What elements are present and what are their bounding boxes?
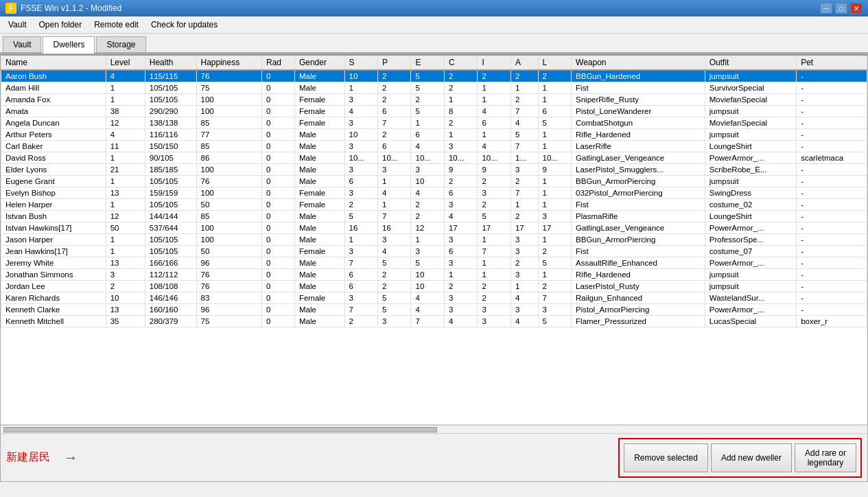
close-button[interactable]: ✕ [850,3,863,14]
cell-happiness: 75 [196,82,261,94]
bottom-right-buttons: Remove selected Add new dweller Add rare… [618,438,862,478]
tab-storage[interactable]: Storage [96,36,145,52]
cell-a: 2 [511,176,538,187]
tab-dwellers[interactable]: Dwellers [43,36,95,54]
remove-selected-button[interactable]: Remove selected [624,443,708,472]
cell-l: 5 [538,117,571,129]
table-row[interactable]: Helen Harper1105/105500Female2123211Fist… [1,199,867,211]
cell-a: 4 [511,117,538,129]
cell-happiness: 50 [196,199,261,211]
table-row[interactable]: Istvan Hawkins[17]50537/6441000Male16161… [1,222,867,234]
table-row[interactable]: Istvan Bush12144/144850Male5724523Plasma… [1,211,867,222]
cell-a: 2 [511,94,538,106]
cell-i: 1 [478,129,511,141]
cell-outfit: jumpsuit [705,281,796,292]
cell-l: 2 [538,70,571,82]
cell-a: 1 [511,82,538,94]
table-body[interactable]: Aaron Bush4115/115760Male10252222BBGun_H… [1,70,867,327]
menu-item-open-folder[interactable]: Open folder [33,18,87,32]
table-row[interactable]: Carl Baker11150/150850Male3643471LaserRi… [1,141,867,152]
cell-outfit: LoungeShirt [705,211,796,222]
horizontal-scrollbar[interactable] [1,425,867,433]
table-row[interactable]: Kenneth Clarke13160/160960Male7543333Pis… [1,304,867,316]
cell-pet: - [797,164,867,176]
cell-pet: scarletmaca [797,152,867,164]
table-row[interactable]: Amata38290/2901000Female4658476Pistol_Lo… [1,106,867,117]
cell-l: 1 [538,176,571,187]
cell-level: 13 [106,257,145,269]
cell-s: 6 [344,176,377,187]
add-rare-legendary-button[interactable]: Add rare or legendary [795,443,856,472]
maximize-button[interactable]: □ [835,3,847,14]
cell-l: 1 [538,94,571,106]
cell-outfit: MoviefanSpecial [705,94,796,106]
window: F FSSE Win v1.1.2 - Modified ─ □ ✕ Vault… [0,0,868,482]
menu-item-vault[interactable]: Vault [3,18,32,32]
menu-item-check-for-updates[interactable]: Check for updates [145,18,223,32]
cell-s: 10 [344,70,377,82]
table-row[interactable]: David Ross190/105860Male10...10...10...1… [1,152,867,164]
col-header-p: P [378,55,411,70]
cell-pet: - [797,141,867,152]
table-row[interactable]: Elder Lyons21185/1851000Male3339939Laser… [1,164,867,176]
cell-p: 16 [378,222,411,234]
cell-health: 112/112 [145,269,196,281]
cell-level: 12 [106,211,145,222]
cell-p: 5 [378,304,411,316]
cell-c: 9 [444,164,477,176]
cell-rad: 0 [261,70,294,82]
table-row[interactable]: Angela Duncan12138/138850Female3712645Co… [1,117,867,129]
table-row[interactable]: Aaron Bush4115/115760Male10252222BBGun_H… [1,70,867,82]
cell-e: 5 [411,106,444,117]
cell-c: 6 [444,246,477,257]
cell-e: 4 [411,304,444,316]
table-container[interactable]: NameLevelHealthHappinessRadGenderSPECIAL… [1,54,867,425]
cell-rad: 0 [261,106,294,117]
cell-s: 2 [344,316,377,327]
tab-vault[interactable]: Vault [3,36,41,52]
cell-level: 13 [106,304,145,316]
cell-health: 537/644 [145,222,196,234]
table-row[interactable]: Jean Hawkins[17]1105/105500Female3436732… [1,246,867,257]
col-header-pet: Pet [797,55,867,70]
table-row[interactable]: Evelyn Bishop13159/1591000Female34463710… [1,187,867,199]
arrow-icon: → [64,450,78,465]
cell-gender: Male [294,141,344,152]
cell-health: 105/105 [145,94,196,106]
cell-level: 4 [106,70,145,82]
cell-c: 3 [444,292,477,304]
cell-rad: 0 [261,281,294,292]
cell-s: 7 [344,304,377,316]
cell-c: 10... [444,152,477,164]
cell-e: 10... [411,152,444,164]
cell-p: 4 [378,187,411,199]
table-row[interactable]: Karen Richards10146/146830Female3543247R… [1,292,867,304]
cell-pet: - [797,70,867,82]
cell-i: 1 [478,82,511,94]
table-row[interactable]: Amanda Fox1105/1051000Female3221121Snipe… [1,94,867,106]
cell-rad: 0 [261,176,294,187]
col-header-c: C [444,55,477,70]
cell-weapon: Fist [572,199,705,211]
table-row[interactable]: Jonathan Simmons3112/112760Male62101131R… [1,269,867,281]
table-row[interactable]: Eugene Grant1105/105760Male61102221BBGun… [1,176,867,187]
table-row[interactable]: Jeremy White13166/166960Male7553125Assau… [1,257,867,269]
add-new-dweller-button[interactable]: Add new dweller [711,443,792,472]
table-row[interactable]: Kenneth Mitchell35280/379750Male2374345F… [1,316,867,327]
minimize-button[interactable]: ─ [820,3,832,14]
cell-a: 1 [511,281,538,292]
col-header-level: Level [106,55,145,70]
cell-c: 2 [444,117,477,129]
cell-outfit: SwingDress [705,187,796,199]
table-row[interactable]: Adam Hill1105/105750Male1252111FistSurvi… [1,82,867,94]
cell-weapon: Pistol_ArmorPiercing [572,304,705,316]
menu-item-remote-edit[interactable]: Remote edit [89,18,144,32]
table-row[interactable]: Jason Harper1105/1051000Male1313131BBGun… [1,234,867,246]
table-row[interactable]: Arthur Peters4116/116770Male10261151Rifl… [1,129,867,141]
cell-rad: 0 [261,129,294,141]
table-row[interactable]: Jordan Lee2108/108760Male62102212LaserPi… [1,281,867,292]
cell-gender: Male [294,164,344,176]
cell-i: 4 [478,106,511,117]
cell-rad: 0 [261,269,294,281]
cell-level: 13 [106,187,145,199]
